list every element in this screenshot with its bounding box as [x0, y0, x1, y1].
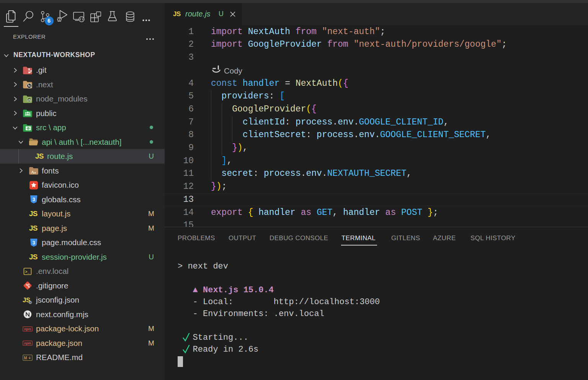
svg-text:npm: npm — [24, 342, 31, 346]
svg-text:3: 3 — [33, 197, 35, 202]
svg-text:a: a — [34, 170, 36, 174]
svg-text:npm: npm — [24, 327, 31, 331]
svg-text:A: A — [31, 170, 34, 174]
svg-text:JS: JS — [28, 98, 31, 101]
svg-text:M: M — [24, 356, 27, 360]
svg-text:3: 3 — [33, 240, 35, 246]
svg-text:>_: >_ — [25, 270, 30, 274]
